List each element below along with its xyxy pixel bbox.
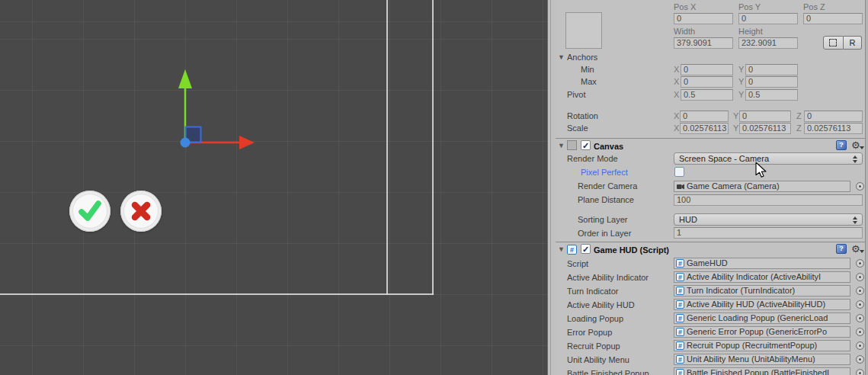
unit-ability-menu-label: Unit Ability Menu [567,355,629,364]
active-ability-hud-field[interactable]: # Active Ability HUD (ActiveAbilityHUD) [674,299,850,310]
max-y-axis-label: Y [738,77,744,86]
rotation-y-field[interactable]: 0 [739,111,791,122]
active-ability-indicator-field[interactable]: # Active Ability Indicator (ActiveAbilit… [674,271,850,283]
script-icon: # [676,341,684,350]
pixel-perfect-label: Pixel Perfect [581,168,628,177]
active-ability-indicator-value: Active Ability Indicator (ActiveAbilityI [687,272,821,281]
height-field[interactable]: 232.9091 [738,37,798,49]
camera-icon [677,184,684,190]
anchors-max-x-field[interactable]: 0 [681,76,733,88]
pixel-perfect-checkbox[interactable] [674,167,684,177]
min-x-axis-label: X [674,65,679,74]
object-picker[interactable] [856,273,864,281]
gizmo-y-arrowhead [178,69,192,88]
battle-finished-popup-label: Battle Finished Popup [567,369,649,375]
pos-z-field[interactable]: 0 [803,13,863,24]
scale-y-axis-label: Y [733,123,738,133]
confirm-button[interactable] [69,191,111,232]
pane-splitter[interactable] [547,0,556,375]
object-picker[interactable] [856,369,864,375]
canvas-rect-edge-vertical-1 [386,0,388,295]
cancel-button[interactable] [120,191,162,232]
scale-z-field[interactable]: 0.02576113 [804,123,863,134]
game-hud-enabled-checkbox[interactable]: ✓ [581,244,591,254]
canvas-enabled-checkbox[interactable]: ✓ [581,140,591,150]
script-icon: # [676,314,684,322]
turn-indicator-value: Turn Indicator (TurnIndicator) [687,286,795,295]
pos-z-label: Pos Z [803,2,825,11]
scale-z-axis-label: Z [796,123,802,133]
pivot-y-field[interactable]: 0.5 [745,89,798,101]
rotation-y-axis-label: Y [733,111,738,120]
script-value: GameHUD [687,258,728,268]
object-picker[interactable] [856,328,864,336]
anchor-preset-icon [829,39,837,46]
script-icon: # [676,300,684,309]
scale-x-field[interactable]: 0.02576113 [680,123,729,134]
blueprint-mode-button[interactable] [823,36,844,50]
object-picker[interactable] [856,259,864,268]
order-in-layer-field[interactable]: 1 [674,227,863,239]
move-gizmo[interactable] [114,42,267,156]
unit-ability-menu-field[interactable]: # Unit Ability Menu (UnitAbilityMenu) [674,354,850,365]
pos-y-field[interactable]: 0 [738,13,798,24]
game-hud-component-title: Game HUD (Script) [594,245,669,255]
battle-finished-popup-field[interactable]: # Battle Finished Popup (BattleFinishedI [674,367,850,375]
recruit-popup-field[interactable]: # Recruit Popup (RecruitmentPopup) [674,340,850,351]
rotation-x-field[interactable]: 0 [680,111,729,122]
error-popup-field[interactable]: # Generic Error Popup (GenericErrorPo [674,326,850,338]
rotation-label: Rotation [567,111,598,120]
pos-x-field[interactable]: 0 [674,13,733,24]
object-picker[interactable] [856,300,864,309]
width-field[interactable]: 379.9091 [674,37,733,49]
object-picker[interactable] [856,314,864,322]
script-object-field[interactable]: # GameHUD [674,258,850,269]
rotation-z-field[interactable]: 0 [804,111,863,122]
unit-ability-menu-value: Unit Ability Menu (UnitAbilityMenu) [687,354,815,364]
script-icon: # [676,355,684,364]
plane-distance-field[interactable]: 100 [674,194,863,206]
min-y-axis-label: Y [738,65,744,74]
dropdown-arrows-icon [853,155,858,163]
scene-view[interactable] [0,0,549,375]
gear-icon[interactable]: ⚙ [851,244,860,254]
recruit-popup-label: Recruit Popup [567,341,620,351]
object-picker[interactable] [856,287,864,295]
scale-x-axis-label: X [674,123,679,133]
anchors-min-x-field[interactable]: 0 [681,64,733,75]
loading-popup-field[interactable]: # Generic Loading Popup (GenericLoad [674,312,850,324]
sorting-layer-label: Sorting Layer [578,215,627,224]
component-separator [556,138,868,139]
raw-edit-mode-button[interactable]: R [844,36,862,50]
max-x-axis-label: X [674,77,679,86]
help-icon[interactable]: ? [836,244,847,254]
loading-popup-value: Generic Loading Popup (GenericLoad [687,313,828,322]
splitter-line [550,0,551,375]
canvas-rect-edge-vertical-2 [432,0,434,295]
script-icon: # [676,259,684,268]
rotation-x-axis-label: X [674,111,679,120]
game-hud-foldout-icon[interactable]: ▼ [558,245,565,253]
render-mode-dropdown[interactable]: Screen Space - Camera [674,152,863,165]
anchors-foldout-icon[interactable]: ▼ [558,53,565,61]
anchors-min-y-field[interactable]: 0 [745,64,798,75]
gear-icon[interactable]: ⚙ [851,140,860,150]
render-camera-object-field[interactable]: Game Camera (Camera) [674,181,850,192]
component-separator [556,242,868,242]
pivot-y-axis-label: Y [738,90,744,99]
object-picker[interactable] [856,341,864,350]
sorting-layer-dropdown[interactable]: HUD [674,213,863,226]
anchors-max-y-field[interactable]: 0 [745,76,798,88]
render-camera-picker[interactable] [856,182,864,191]
scale-y-field[interactable]: 0.02576113 [739,123,791,134]
object-picker[interactable] [856,355,864,364]
width-label: Width [674,27,695,36]
height-label: Height [738,27,763,36]
turn-indicator-field[interactable]: # Turn Indicator (TurnIndicator) [674,285,850,296]
canvas-foldout-icon[interactable]: ▼ [558,142,565,149]
help-icon[interactable]: ? [836,140,847,150]
inspector-panel: Pos X Pos Y Pos Z 0 0 0 Width Height 379… [556,0,868,375]
render-camera-value: Game Camera (Camera) [687,181,780,191]
scale-label: Scale [567,123,588,133]
pivot-x-field[interactable]: 0.5 [681,89,733,101]
